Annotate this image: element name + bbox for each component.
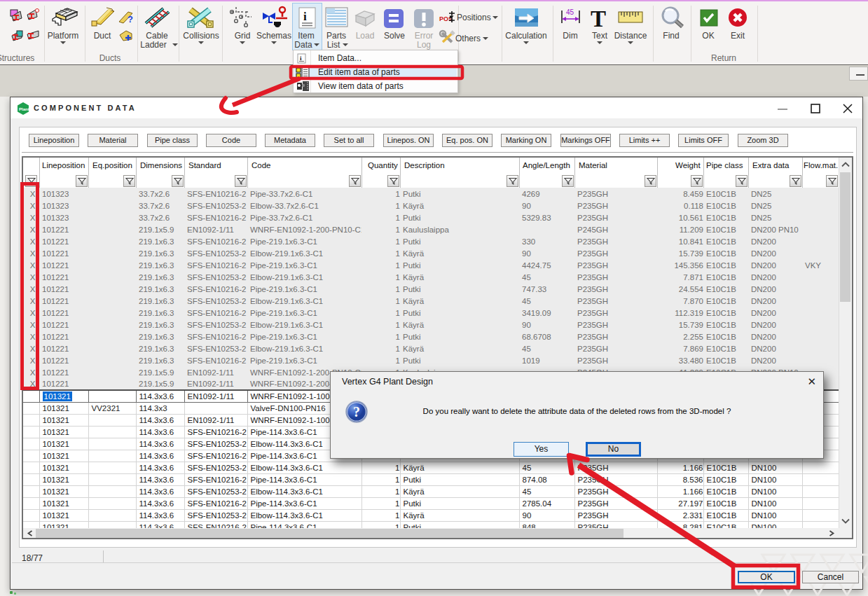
svg-text:T: T [591, 6, 606, 32]
svg-text:Plant: Plant [19, 107, 29, 111]
svg-text:i: i [303, 10, 307, 23]
svg-text:45: 45 [566, 8, 574, 16]
svg-text:?: ? [128, 14, 133, 25]
